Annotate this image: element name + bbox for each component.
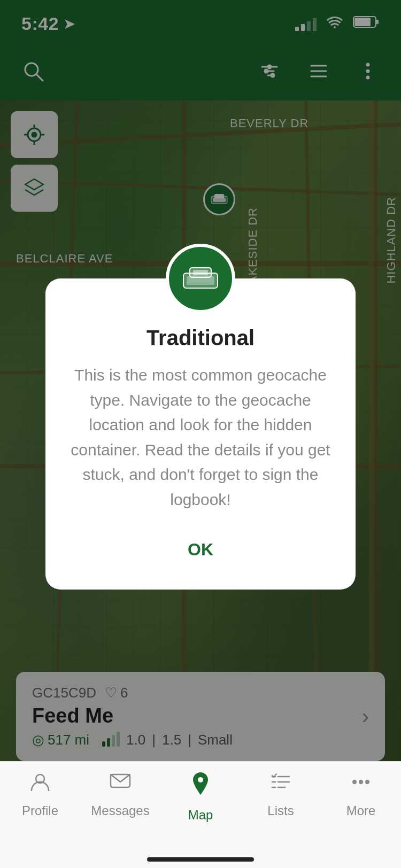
- modal-card: Traditional This is the most common geoc…: [45, 278, 356, 590]
- tab-messages[interactable]: Messages: [80, 770, 160, 818]
- tab-more[interactable]: More: [321, 770, 401, 818]
- svg-rect-33: [193, 270, 208, 275]
- tab-lists-label: Lists: [267, 803, 294, 818]
- svg-point-36: [198, 777, 203, 782]
- more-icon: [349, 770, 373, 799]
- modal-icon-circle: [166, 244, 235, 313]
- lists-icon: [269, 770, 292, 799]
- svg-point-45: [365, 780, 369, 784]
- tab-map-label: Map: [188, 808, 213, 823]
- tab-lists[interactable]: Lists: [241, 770, 321, 818]
- modal-overlay: Traditional This is the most common geoc…: [0, 0, 401, 868]
- svg-point-43: [352, 780, 357, 784]
- tab-profile-label: Profile: [22, 803, 58, 818]
- modal-ok-button[interactable]: OK: [67, 531, 334, 568]
- profile-icon: [28, 770, 52, 799]
- home-indicator: [147, 857, 254, 862]
- tab-messages-label: Messages: [91, 803, 149, 818]
- tab-map[interactable]: Map: [160, 770, 241, 823]
- modal-description: This is the most common geocache type. N…: [67, 363, 334, 512]
- bottom-nav: Profile Messages Map: [0, 761, 401, 868]
- modal-title: Traditional: [67, 326, 334, 350]
- map-icon: [189, 770, 212, 803]
- svg-point-44: [359, 780, 363, 784]
- messages-icon: [109, 770, 132, 799]
- tab-profile[interactable]: Profile: [0, 770, 80, 818]
- tab-more-label: More: [346, 803, 376, 818]
